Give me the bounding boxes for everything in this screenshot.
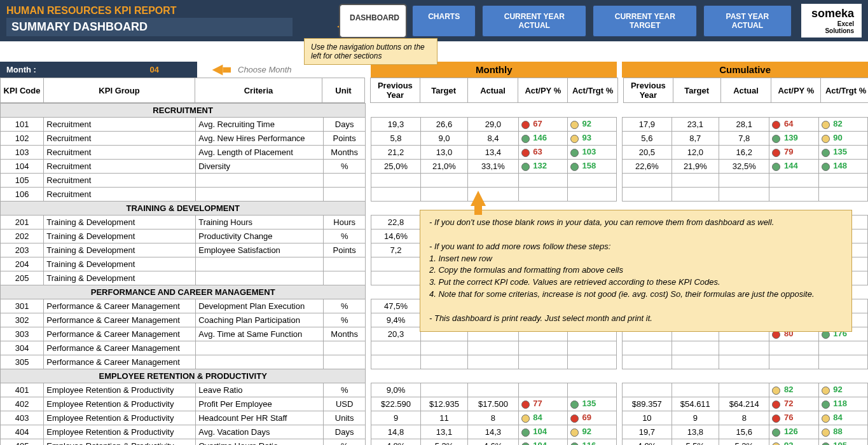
table-row[interactable]: 305Performance & Career Management [1, 355, 366, 369]
table-row[interactable]: 25,0%21,0%33,1% 132 158 [371, 159, 617, 173]
table-row[interactable]: 101RecruitmentAvg. Recruiting TimeDays [1, 118, 366, 132]
group-header: RECRUITMENT [1, 104, 366, 118]
table-row[interactable] [623, 173, 868, 187]
table-row[interactable]: 4,8%5,3%4,6% 104 116 [371, 439, 617, 445]
table-row[interactable]: 106Recruitment [1, 188, 366, 202]
table-row[interactable]: 82 92 [623, 383, 868, 397]
table-row[interactable]: 17,923,128,1 64 82 [623, 117, 868, 131]
logo-text: someka [811, 7, 854, 20]
table-row[interactable] [371, 173, 617, 187]
table-row[interactable]: 204Training & Development [1, 257, 366, 271]
table-row[interactable]: 203Training & DevelopmentEmployee Satisf… [1, 243, 366, 257]
nav-cy-actual-button[interactable]: CURRENT YEAR ACTUAL [482, 5, 586, 37]
table-row[interactable]: $22.590$12.935$17.500 77 135 [371, 397, 617, 411]
table-row[interactable]: 14,813,114,3 104 92 [371, 425, 617, 439]
table-row[interactable] [623, 341, 868, 355]
report-title: HUMAN RESOURCES KPI REPORT [6, 5, 293, 17]
col-criteria: Criteria [195, 78, 322, 102]
col-c-actual: Actual [721, 78, 772, 102]
col-m-target: Target [420, 78, 468, 102]
table-row[interactable]: 301Performance & Career ManagementDevelo… [1, 299, 366, 313]
nav-buttons: DASHBOARD CHARTS CURRENT YEAR ACTUAL CUR… [340, 5, 792, 37]
col-group: KPI Group [44, 78, 195, 102]
table-row[interactable]: $89.357$54.611$64.214 72 118 [623, 397, 868, 411]
page-subtitle: SUMMARY DASHBOARD [6, 18, 293, 36]
col-m-actpy: Act/PY % [518, 78, 568, 102]
table-row[interactable]: 103RecruitmentAvg. Length of PlacementMo… [1, 146, 366, 160]
table-row[interactable]: 4,9%5,5%5,2% 93 105 [623, 439, 868, 445]
logo-subtext: Excel Solutions [809, 20, 854, 34]
table-row[interactable]: 205Training & Development [1, 271, 366, 285]
group-header: PERFORMANCE AND CAREER MANAGEMENT [1, 285, 366, 299]
month-label: Month : [6, 65, 36, 74]
group-header: TRAINING & DEVELOPMENT [1, 202, 366, 216]
col-code: KPI Code [1, 78, 44, 102]
table-row[interactable]: 202Training & DevelopmentProductivity Ch… [1, 229, 366, 243]
table-row[interactable]: 401Employee Retention & ProductivityLeav… [1, 383, 366, 397]
table-row[interactable]: 5,68,77,8 139 90 [623, 131, 868, 145]
col-c-py: Previous Year [624, 78, 673, 102]
table-row[interactable] [623, 187, 868, 201]
header-bar: HUMAN RESOURCES KPI REPORT SUMMARY DASHB… [0, 0, 868, 41]
nav-charts-button[interactable]: CHARTS [412, 5, 476, 37]
group-header: EMPLOYEE RETENTION & PRODUCTIVITY [1, 369, 366, 383]
table-row[interactable]: 404Employee Retention & ProductivityAvg.… [1, 425, 366, 439]
table-row[interactable]: 302Performance & Career ManagementCoachi… [1, 313, 366, 327]
cumulative-header: Cumulative [622, 62, 868, 78]
table-row[interactable]: 1098 76 84 [623, 411, 868, 425]
table-row[interactable]: 201Training & DevelopmentTraining HoursH… [1, 216, 366, 229]
instruction-tooltip: - If you don't use those blank rows in y… [420, 210, 852, 332]
table-row[interactable]: 21,213,013,4 63 103 [371, 145, 617, 159]
table-row[interactable] [371, 341, 617, 355]
nav-dashboard-button[interactable]: DASHBOARD [340, 5, 406, 37]
table-row[interactable]: 22,6%21,9%32,5% 144 148 [623, 159, 868, 173]
title-block: HUMAN RESOURCES KPI REPORT SUMMARY DASHB… [6, 5, 293, 36]
table-row[interactable]: 5,89,08,4 146 93 [371, 131, 617, 145]
choose-month-hint: Choose Month [238, 65, 292, 74]
table-row[interactable] [623, 355, 868, 369]
table-row[interactable]: 20,512,016,2 79 135 [623, 145, 868, 159]
table-row[interactable] [371, 355, 617, 369]
month-value: 04 [150, 65, 159, 74]
logo: someka Excel Solutions [801, 4, 862, 38]
table-row[interactable]: 402Employee Retention & ProductivityProf… [1, 397, 366, 411]
table-row[interactable]: 9,0% [371, 383, 617, 397]
table-row[interactable]: 104RecruitmentDiversity% [1, 160, 366, 174]
arrow-up-icon [471, 191, 486, 206]
table-row[interactable]: 304Performance & Career Management [1, 341, 366, 355]
table-row[interactable]: 9118 84 69 [371, 411, 617, 425]
table-row[interactable]: 403Employee Retention & ProductivityHead… [1, 411, 366, 425]
col-m-py: Previous Year [371, 78, 420, 102]
table-row[interactable]: 19,326,629,0 67 92 [371, 117, 617, 131]
table-row[interactable]: 19,713,815,6 126 88 [623, 425, 868, 439]
nav-cy-target-button[interactable]: CURRENT YEAR TARGET [593, 5, 697, 37]
col-m-actual: Actual [468, 78, 519, 102]
month-selector[interactable]: Month : 04 [0, 62, 197, 78]
col-c-acttgt: Act/Trgt % [821, 78, 868, 102]
col-unit: Unit [322, 78, 364, 102]
arrow-left-icon [212, 64, 223, 75]
table-row[interactable]: 105Recruitment [1, 174, 366, 188]
table-row[interactable] [371, 187, 617, 201]
table-row[interactable]: 303Performance & Career ManagementAvg. T… [1, 327, 366, 341]
tooltip-nav: Use the navigation buttons on the left f… [304, 38, 437, 65]
col-c-actpy: Act/PY % [771, 78, 821, 102]
table-row[interactable]: 102RecruitmentAvg. New Hires Performance… [1, 132, 366, 146]
col-c-target: Target [673, 78, 721, 102]
col-m-acttgt: Act/Trgt % [568, 78, 617, 102]
nav-py-actual-button[interactable]: PAST YEAR ACTUAL [703, 5, 791, 37]
table-row[interactable]: 405Employee Retention & ProductivityOver… [1, 439, 366, 446]
